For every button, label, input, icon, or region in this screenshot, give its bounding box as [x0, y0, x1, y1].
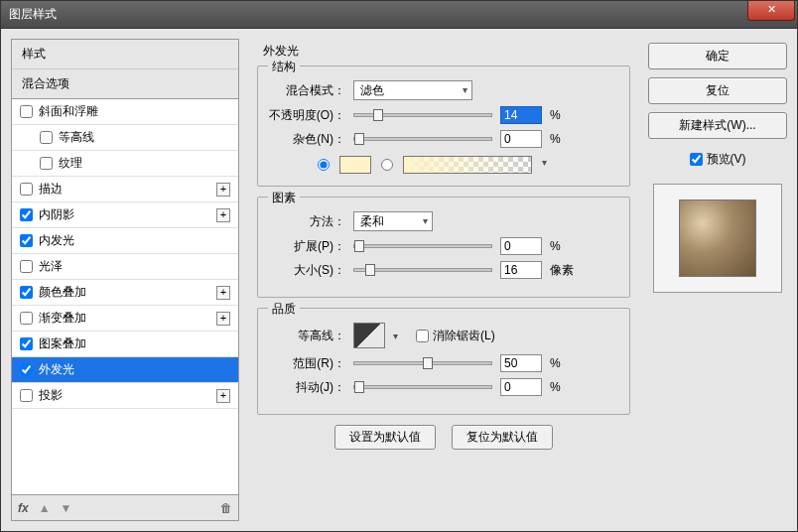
jitter-input[interactable] — [500, 378, 542, 396]
color-swatch[interactable] — [339, 156, 371, 174]
styles-header[interactable]: 样式 — [12, 40, 238, 69]
move-down-icon[interactable]: ▼ — [61, 501, 72, 515]
style-item-11[interactable]: 投影+ — [12, 383, 238, 409]
style-item-7[interactable]: 颜色叠加+ — [12, 280, 238, 306]
style-label: 纹理 — [59, 155, 230, 172]
style-list: 斜面和浮雕等高线纹理描边+内阴影+内发光光泽颜色叠加+渐变叠加+图案叠加外发光投… — [12, 99, 238, 494]
style-checkbox[interactable] — [40, 131, 53, 144]
opacity-slider[interactable] — [353, 113, 492, 117]
action-panel: 确定 复位 新建样式(W)... 预览(V) — [648, 39, 787, 521]
spread-slider[interactable] — [353, 244, 492, 248]
group-structure-legend: 结构 — [268, 59, 300, 75]
size-label: 大小(S)： — [268, 262, 353, 279]
style-label: 描边 — [39, 181, 216, 198]
range-label: 范围(R)： — [268, 355, 353, 372]
style-checkbox[interactable] — [20, 105, 33, 118]
ok-button[interactable]: 确定 — [648, 43, 787, 69]
jitter-slider[interactable] — [353, 385, 492, 389]
contour-picker[interactable] — [353, 323, 385, 348]
style-checkbox[interactable] — [20, 389, 33, 402]
contour-label: 等高线： — [268, 328, 353, 344]
titlebar[interactable]: 图层样式 ✕ — [1, 1, 797, 29]
style-checkbox[interactable] — [20, 208, 33, 221]
style-checkbox[interactable] — [40, 157, 53, 170]
style-item-4[interactable]: 内阴影+ — [12, 202, 238, 228]
effect-title: 外发光 — [263, 43, 634, 60]
blending-options-header[interactable]: 混合选项 — [12, 69, 238, 98]
style-item-6[interactable]: 光泽 — [12, 254, 238, 280]
style-label: 内发光 — [39, 232, 230, 249]
style-item-1[interactable]: 等高线 — [12, 125, 238, 151]
style-label: 内阴影 — [39, 206, 216, 223]
style-checkbox[interactable] — [20, 183, 33, 196]
gradient-swatch[interactable] — [403, 156, 532, 174]
style-item-5[interactable]: 内发光 — [12, 228, 238, 254]
move-up-icon[interactable]: ▲ — [39, 501, 51, 515]
spread-label: 扩展(P)： — [268, 238, 353, 255]
noise-input[interactable] — [500, 130, 542, 148]
jitter-unit: % — [550, 380, 578, 394]
add-effect-icon[interactable]: + — [216, 286, 230, 300]
opacity-label: 不透明度(O)： — [268, 107, 353, 124]
style-checkbox[interactable] — [20, 337, 33, 350]
style-item-10[interactable]: 外发光 — [12, 357, 238, 383]
preview-checkbox[interactable] — [690, 153, 703, 166]
style-checkbox[interactable] — [20, 234, 33, 247]
style-item-0[interactable]: 斜面和浮雕 — [12, 99, 238, 125]
cancel-button[interactable]: 复位 — [648, 77, 787, 104]
style-item-9[interactable]: 图案叠加 — [12, 332, 238, 357]
noise-unit: % — [550, 132, 578, 146]
noise-label: 杂色(N)： — [268, 131, 353, 148]
preview-thumbnail — [679, 200, 756, 277]
noise-slider[interactable] — [353, 137, 492, 141]
range-slider[interactable] — [353, 361, 492, 365]
trash-icon[interactable]: 🗑 — [220, 501, 232, 515]
style-checkbox[interactable] — [20, 363, 33, 376]
chevron-down-icon[interactable]: ▾ — [393, 331, 398, 341]
style-checkbox[interactable] — [20, 286, 33, 299]
spread-input[interactable] — [500, 237, 542, 255]
antialias-label: 消除锯齿(L) — [433, 328, 495, 344]
add-effect-icon[interactable]: + — [216, 183, 230, 197]
size-unit: 像素 — [550, 262, 578, 279]
style-label: 颜色叠加 — [39, 284, 216, 301]
preview-checkbox-wrap[interactable]: 预览(V) — [648, 151, 787, 168]
new-style-button[interactable]: 新建样式(W)... — [648, 112, 787, 139]
size-slider[interactable] — [353, 268, 492, 272]
style-item-2[interactable]: 纹理 — [12, 151, 238, 177]
fx-icon[interactable]: fx — [18, 501, 29, 515]
style-item-8[interactable]: 渐变叠加+ — [12, 306, 238, 332]
group-structure: 结构 混合模式： 滤色 不透明度(O)： % 杂色(N)： — [257, 66, 630, 187]
style-label: 等高线 — [59, 129, 230, 146]
antialias-checkbox-wrap[interactable]: 消除锯齿(L) — [416, 328, 495, 344]
group-quality: 品质 等高线： ▾ 消除锯齿(L) 范围(R)： — [257, 308, 630, 415]
color-gradient-radio[interactable] — [381, 159, 393, 171]
size-input[interactable] — [500, 261, 542, 279]
opacity-unit: % — [550, 108, 578, 122]
style-label: 图案叠加 — [39, 335, 230, 352]
style-label: 渐变叠加 — [39, 310, 216, 327]
group-quality-legend: 品质 — [268, 301, 300, 318]
window-title: 图层样式 — [9, 6, 747, 23]
add-effect-icon[interactable]: + — [216, 312, 230, 326]
blend-mode-select[interactable]: 滤色 — [353, 80, 472, 100]
add-effect-icon[interactable]: + — [216, 208, 230, 222]
layer-style-dialog: 图层样式 ✕ 样式 混合选项 斜面和浮雕等高线纹理描边+内阴影+内发光光泽颜色叠… — [0, 0, 798, 532]
preview-label: 预览(V) — [707, 151, 746, 168]
range-input[interactable] — [500, 354, 542, 372]
preview-box — [653, 184, 782, 293]
style-item-3[interactable]: 描边+ — [12, 177, 238, 202]
antialias-checkbox[interactable] — [416, 330, 429, 342]
styles-panel: 样式 混合选项 斜面和浮雕等高线纹理描边+内阴影+内发光光泽颜色叠加+渐变叠加+… — [11, 39, 239, 521]
style-checkbox[interactable] — [20, 312, 33, 325]
color-solid-radio[interactable] — [318, 159, 330, 171]
style-checkbox[interactable] — [20, 260, 33, 273]
add-effect-icon[interactable]: + — [216, 389, 230, 403]
close-button[interactable]: ✕ — [747, 1, 795, 21]
group-elements: 图素 方法： 柔和 扩展(P)： % 大小(S)： — [257, 197, 630, 298]
reset-default-button[interactable]: 复位为默认值 — [452, 425, 553, 450]
make-default-button[interactable]: 设置为默认值 — [334, 425, 436, 450]
style-label: 投影 — [39, 387, 216, 404]
opacity-input[interactable] — [500, 106, 542, 124]
technique-select[interactable]: 柔和 — [353, 211, 433, 231]
